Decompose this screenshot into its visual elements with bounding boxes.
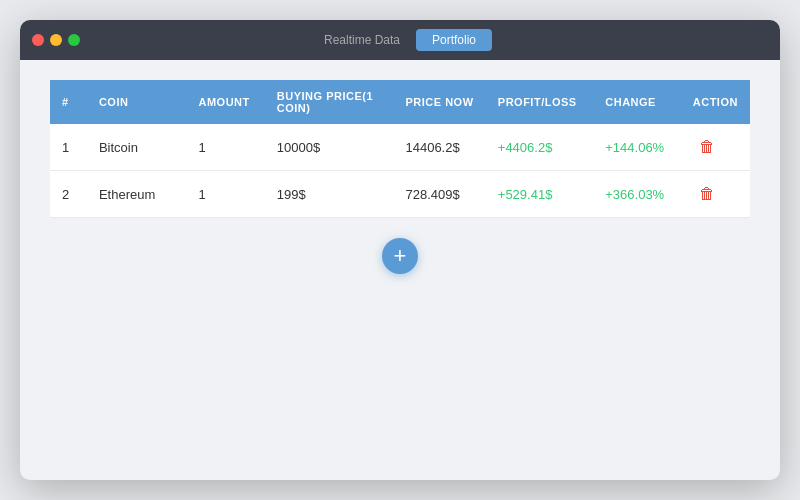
cell-coin: Ethereum [87, 171, 187, 218]
col-header-amount: AMOUNT [186, 80, 264, 124]
cell-amount: 1 [186, 124, 264, 171]
cell-price-now: 728.409$ [393, 171, 485, 218]
delete-button[interactable]: 🗑 [693, 136, 721, 158]
table-body: 1 Bitcoin 1 10000$ 14406.2$ +4406.2$ +14… [50, 124, 750, 218]
delete-button[interactable]: 🗑 [693, 183, 721, 205]
minimize-button[interactable] [50, 34, 62, 46]
cell-coin: Bitcoin [87, 124, 187, 171]
app-window: Realtime Data Portfolio # COIN AMOUNT BU… [20, 20, 780, 480]
add-button-container: + [50, 238, 750, 274]
maximize-button[interactable] [68, 34, 80, 46]
cell-amount: 1 [186, 171, 264, 218]
tab-portfolio[interactable]: Portfolio [416, 29, 492, 51]
cell-change: +366.03% [593, 171, 681, 218]
tab-bar: Realtime Data Portfolio [308, 29, 492, 51]
cell-action: 🗑 [681, 171, 750, 218]
cell-buying-price: 10000$ [265, 124, 394, 171]
tab-realtime[interactable]: Realtime Data [308, 29, 416, 51]
col-header-change: CHANGE [593, 80, 681, 124]
col-header-action: ACTION [681, 80, 750, 124]
cell-buying-price: 199$ [265, 171, 394, 218]
cell-index: 1 [50, 124, 87, 171]
cell-change: +144.06% [593, 124, 681, 171]
col-header-price-now: PRICE NOW [393, 80, 485, 124]
table-row: 1 Bitcoin 1 10000$ 14406.2$ +4406.2$ +14… [50, 124, 750, 171]
col-header-buying-price: BUYING PRICE(1 COIN) [265, 80, 394, 124]
col-header-index: # [50, 80, 87, 124]
cell-profit-loss: +4406.2$ [486, 124, 593, 171]
table-row: 2 Ethereum 1 199$ 728.409$ +529.41$ +366… [50, 171, 750, 218]
cell-action: 🗑 [681, 124, 750, 171]
title-bar: Realtime Data Portfolio [20, 20, 780, 60]
cell-price-now: 14406.2$ [393, 124, 485, 171]
add-coin-button[interactable]: + [382, 238, 418, 274]
close-button[interactable] [32, 34, 44, 46]
portfolio-table: # COIN AMOUNT BUYING PRICE(1 COIN) PRICE… [50, 80, 750, 218]
main-content: # COIN AMOUNT BUYING PRICE(1 COIN) PRICE… [20, 60, 780, 480]
table-header: # COIN AMOUNT BUYING PRICE(1 COIN) PRICE… [50, 80, 750, 124]
col-header-coin: COIN [87, 80, 187, 124]
col-header-profit-loss: PROFIT/LOSS [486, 80, 593, 124]
traffic-lights [32, 34, 80, 46]
cell-index: 2 [50, 171, 87, 218]
cell-profit-loss: +529.41$ [486, 171, 593, 218]
